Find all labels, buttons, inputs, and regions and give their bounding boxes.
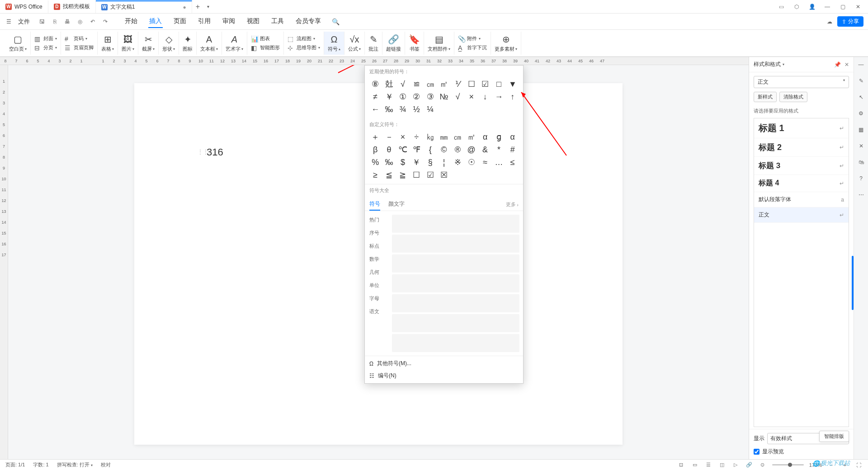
ribbon-cover[interactable]: ▥封面▾ (34, 35, 57, 42)
symbol-cell[interactable]: √ (451, 90, 464, 103)
symbol-cell[interactable]: ‰ (382, 156, 396, 169)
scroll-indicator[interactable] (852, 256, 854, 310)
symbol-cell[interactable]: ▼ (506, 78, 519, 90)
symbol-cell[interactable]: № (437, 90, 451, 103)
minimize-icon[interactable]: — (824, 3, 831, 10)
panel-tab-emoji[interactable]: 颜文字 (388, 198, 405, 211)
ribbon-screenshot[interactable]: ✂截屏▾ (138, 32, 159, 55)
ribbon-blank-page[interactable]: ▢空白页▾ (5, 32, 31, 55)
menu-tab-page[interactable]: 页面 (173, 15, 187, 28)
symbol-cell[interactable]: … (492, 156, 505, 169)
symbol-cell[interactable]: ≦ (382, 169, 396, 181)
symbol-cell[interactable]: ※ (451, 156, 464, 169)
symbol-cell[interactable]: ☑ (423, 169, 437, 181)
ribbon-smartart[interactable]: ◧智能图形 (251, 44, 280, 52)
symbol-category[interactable]: 数学 (368, 254, 390, 264)
symbol-cell[interactable]: ‰ (382, 103, 396, 116)
rail-shop-icon[interactable]: 🛍 (857, 158, 865, 166)
panel-more-link[interactable]: 更多 › (506, 198, 519, 211)
zoom-slider[interactable] (772, 464, 804, 465)
ribbon-hyperlink[interactable]: 🔗超链接 (382, 32, 405, 55)
symbol-cell[interactable]: ⑧ (368, 78, 382, 90)
symbol-cell[interactable]: ③ (423, 90, 437, 103)
pin-icon[interactable]: 📌 (834, 61, 841, 68)
symbol-cell[interactable]: → (492, 90, 505, 103)
symbol-category[interactable]: 字母 (368, 293, 390, 304)
symbol-cell[interactable]: ← (368, 103, 382, 116)
symbol-cell[interactable]: { (423, 143, 437, 156)
symbol-cell[interactable]: ☐ (410, 169, 423, 181)
ribbon-textbox[interactable]: A文本框▾ (197, 32, 222, 55)
symbol-cell[interactable]: & (478, 143, 492, 156)
symbol-row-placeholder[interactable] (392, 235, 519, 253)
symbol-cell[interactable]: ⅟ (451, 78, 464, 90)
ribbon-mindmap[interactable]: ⊹思维导图▾ (288, 44, 320, 52)
symbol-row-placeholder[interactable] (392, 215, 519, 233)
symbol-category[interactable]: 单位 (368, 280, 390, 291)
symbol-cell[interactable]: ☑ (478, 78, 492, 90)
new-style-button[interactable]: 新样式 (754, 92, 777, 102)
symbol-cell[interactable]: ¾ (396, 103, 410, 116)
ribbon-attachment[interactable]: 📎附件▾ (458, 35, 487, 42)
symbol-cell[interactable]: ↑ (506, 90, 519, 103)
rail-pen-icon[interactable]: ✎ (857, 77, 865, 85)
menu-tab-tools[interactable]: 工具 (270, 15, 285, 28)
status-link-icon[interactable]: 🔗 (745, 461, 753, 469)
menu-tab-view[interactable]: 视图 (246, 15, 260, 28)
print-preview-icon[interactable]: 🖶 (63, 18, 71, 26)
symbol-cell[interactable]: ￥ (382, 90, 396, 103)
symbol-cell[interactable]: ㎡ (437, 78, 451, 90)
symbol-category[interactable]: 语文 (368, 306, 390, 317)
numbering-button[interactable]: ☷编号(N) (369, 372, 519, 380)
share-button[interactable]: ⇪ 分享 (837, 16, 863, 27)
symbol-cell[interactable]: ® (451, 143, 464, 156)
ribbon-symbol[interactable]: Ω符号▴ (324, 32, 344, 55)
save-icon[interactable]: 🖫 (38, 18, 46, 26)
menu-tab-reference[interactable]: 引用 (197, 15, 212, 28)
cloud-icon[interactable]: ☁ (826, 18, 834, 26)
style-item[interactable]: 标题 4↵ (754, 175, 849, 192)
symbol-category[interactable]: 标点 (368, 241, 390, 251)
symbol-cell[interactable]: ￥ (410, 156, 423, 169)
symbol-cell[interactable]: α (478, 131, 492, 143)
menu-tab-review[interactable]: 审阅 (222, 15, 236, 28)
ribbon-shape[interactable]: ◇形状▾ (159, 32, 179, 55)
symbol-cell[interactable]: ≌ (410, 78, 423, 90)
current-style-select[interactable]: 正文▾ (754, 76, 849, 88)
symbol-cell[interactable]: ¦ (437, 156, 451, 169)
ribbon-picture[interactable]: 🖼图片▾ (118, 32, 138, 55)
symbol-cell[interactable]: ɡ (492, 131, 505, 143)
symbol-row-placeholder[interactable] (392, 274, 519, 292)
status-words[interactable]: 字数: 1 (33, 461, 48, 468)
symbol-cell[interactable]: ≧ (396, 169, 410, 181)
symbol-category[interactable]: 几何 (368, 267, 390, 277)
box-icon[interactable]: ⬡ (793, 3, 800, 10)
symbol-cell[interactable]: © (437, 143, 451, 156)
search-icon[interactable]: 🔍 (332, 18, 340, 25)
ribbon-dropcap[interactable]: A̲首字下沉 (458, 44, 487, 52)
file-menu[interactable]: 文件 (16, 18, 32, 26)
ribbon-formula[interactable]: √x公式▾ (344, 32, 365, 55)
print-icon[interactable]: ⎘ (51, 18, 59, 26)
symbol-row-placeholder[interactable] (392, 254, 519, 273)
ribbon-comment[interactable]: ✎批注 (365, 32, 382, 55)
symbol-row-placeholder[interactable] (392, 314, 519, 332)
other-symbols-button[interactable]: Ω其他符号(M)... (369, 360, 519, 367)
symbol-cell[interactable]: β (368, 143, 382, 156)
ribbon-doc-parts[interactable]: ▤文档部件▾ (424, 32, 454, 55)
status-spellcheck[interactable]: 拼写检查: 打开 ▾ (57, 461, 93, 468)
status-read-icon[interactable]: ▷ (731, 461, 740, 469)
symbol-cell[interactable]: ㎏ (423, 131, 437, 143)
redo-icon[interactable]: ↷ (101, 18, 109, 26)
menu-tab-insert[interactable]: 插入 (148, 15, 163, 28)
symbol-cell[interactable]: ① (396, 90, 410, 103)
status-proofread[interactable]: 校对 (101, 461, 111, 468)
style-item[interactable]: 默认段落字体a (754, 192, 849, 207)
symbol-cell[interactable]: ↓ (478, 90, 492, 103)
status-web-icon[interactable]: ◫ (718, 461, 726, 469)
style-item[interactable]: 标题 1↵ (754, 118, 849, 138)
symbol-cell[interactable]: ≤ (506, 156, 519, 169)
symbol-cell[interactable]: × (465, 90, 478, 103)
drag-handle-icon[interactable]: ⋮⋮ (198, 149, 208, 155)
symbol-cell[interactable]: ㎝ (451, 131, 464, 143)
